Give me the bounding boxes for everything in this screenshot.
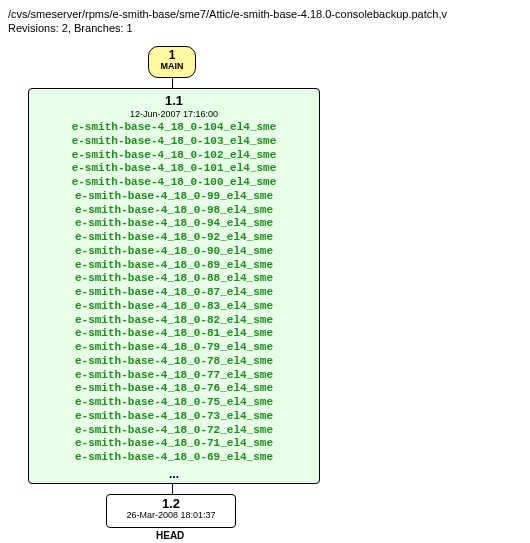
- tag-22: e-smith-base-4_18_0-72_el4_sme: [29, 424, 319, 438]
- revision-1.1-version: 1.1: [29, 93, 319, 108]
- main-branch-box: 1 MAIN: [148, 46, 196, 78]
- tag-15: e-smith-base-4_18_0-81_el4_sme: [29, 327, 319, 341]
- revision-1.1-box: 1.1 12-Jun-2007 17:16:00 e-smith-base-4_…: [28, 88, 320, 484]
- head-label: HEAD: [156, 530, 522, 541]
- revisions-summary: Revisions: 2, Branches: 1: [8, 22, 522, 34]
- tag-19: e-smith-base-4_18_0-76_el4_sme: [29, 382, 319, 396]
- tag-23: e-smith-base-4_18_0-71_el4_sme: [29, 437, 319, 451]
- tag-10: e-smith-base-4_18_0-89_el4_sme: [29, 259, 319, 273]
- tag-13: e-smith-base-4_18_0-83_el4_sme: [29, 300, 319, 314]
- tag-12: e-smith-base-4_18_0-87_el4_sme: [29, 286, 319, 300]
- revision-graph: 1 MAIN 1.1 12-Jun-2007 17:16:00 e-smith-…: [28, 46, 522, 541]
- tag-6: e-smith-base-4_18_0-98_el4_sme: [29, 204, 319, 218]
- revision-1.2-box: 1.2 26-Mar-2008 18:01:37: [106, 494, 236, 528]
- tag-24: e-smith-base-4_18_0-69_el4_sme: [29, 451, 319, 465]
- tag-21: e-smith-base-4_18_0-73_el4_sme: [29, 410, 319, 424]
- tag-4: e-smith-base-4_18_0-100_el4_sme: [29, 176, 319, 190]
- tag-0: e-smith-base-4_18_0-104_el4_sme: [29, 121, 319, 135]
- tag-11: e-smith-base-4_18_0-88_el4_sme: [29, 272, 319, 286]
- connector-2: [172, 484, 173, 494]
- tag-16: e-smith-base-4_18_0-79_el4_sme: [29, 341, 319, 355]
- tag-5: e-smith-base-4_18_0-99_el4_sme: [29, 190, 319, 204]
- tag-18: e-smith-base-4_18_0-77_el4_sme: [29, 369, 319, 383]
- tag-8: e-smith-base-4_18_0-92_el4_sme: [29, 231, 319, 245]
- connector-1: [172, 78, 173, 88]
- revision-1.1-date: 12-Jun-2007 17:16:00: [29, 109, 319, 119]
- tag-20: e-smith-base-4_18_0-75_el4_sme: [29, 396, 319, 410]
- tags-ellipsis: ...: [29, 467, 319, 481]
- tag-3: e-smith-base-4_18_0-101_el4_sme: [29, 162, 319, 176]
- tag-1: e-smith-base-4_18_0-103_el4_sme: [29, 135, 319, 149]
- revision-1.2-version: 1.2: [107, 497, 235, 510]
- tag-9: e-smith-base-4_18_0-90_el4_sme: [29, 245, 319, 259]
- tag-7: e-smith-base-4_18_0-94_el4_sme: [29, 217, 319, 231]
- tag-17: e-smith-base-4_18_0-78_el4_sme: [29, 355, 319, 369]
- main-branch-label: MAIN: [149, 62, 195, 72]
- revision-1.2-date: 26-Mar-2008 18:01:37: [107, 511, 235, 520]
- tag-14: e-smith-base-4_18_0-82_el4_sme: [29, 314, 319, 328]
- tag-2: e-smith-base-4_18_0-102_el4_sme: [29, 149, 319, 163]
- repo-path: /cvs/smeserver/rpms/e-smith-base/sme7/At…: [8, 8, 522, 20]
